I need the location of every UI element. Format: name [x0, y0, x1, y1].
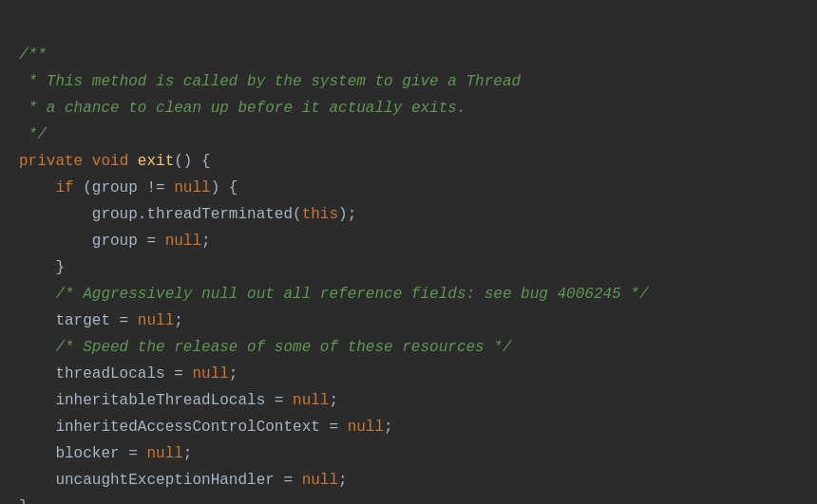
- code-line: /* Speed the release of some of these re…: [19, 334, 798, 361]
- code-line: /* Aggressively null out all reference f…: [19, 281, 798, 308]
- code-line: inheritableThreadLocals = null;: [19, 387, 798, 414]
- code-line: /**: [19, 42, 798, 68]
- code-line: group.threadTerminated(this);: [19, 201, 798, 228]
- code-line: group = null;: [19, 228, 798, 254]
- code-line: }: [19, 494, 798, 504]
- code-line: }: [19, 254, 798, 281]
- code-line: */: [19, 121, 798, 148]
- code-line: threadLocals = null;: [19, 361, 798, 387]
- code-line: uncaughtExceptionHandler = null;: [19, 467, 798, 494]
- code-line: * a chance to clean up before it actuall…: [19, 95, 798, 121]
- code-line: target = null;: [19, 308, 798, 334]
- code-line: private void exit() {: [19, 148, 798, 175]
- code-line: blocker = null;: [19, 440, 798, 467]
- code-container: /** * This method is called by the syste…: [19, 15, 798, 504]
- code-line: inheritedAccessControlContext = null;: [19, 414, 798, 440]
- code-line: * This method is called by the system to…: [19, 68, 798, 95]
- code-line: if (group != null) {: [19, 175, 798, 201]
